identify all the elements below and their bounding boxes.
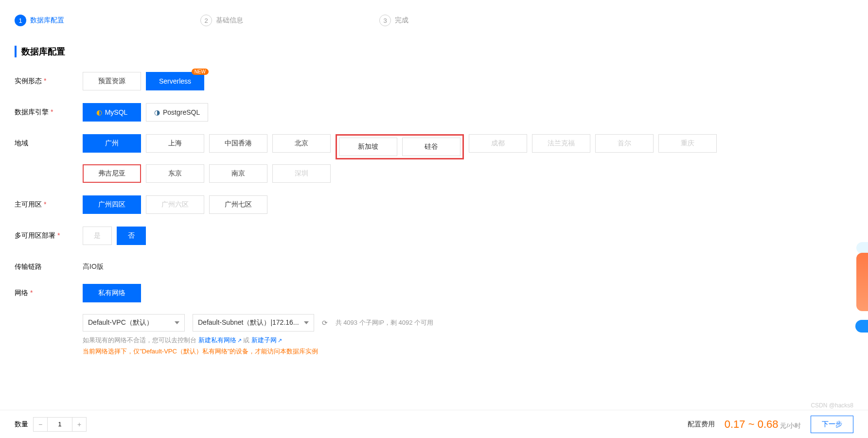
network-private[interactable]: 私有网络 [83, 284, 141, 302]
region-shenzhen: 深圳 [272, 164, 331, 183]
az-zone6: 广州六区 [146, 195, 204, 214]
step-label: 数据库配置 [30, 16, 64, 25]
label-main-az: 主可用区* [15, 195, 83, 209]
region-virginia[interactable]: 弗吉尼亚 [83, 164, 141, 183]
side-chat-icon[interactable] [855, 320, 868, 333]
step-1: 1 数据库配置 [15, 15, 64, 26]
region-hongkong[interactable]: 中国香港 [209, 134, 267, 153]
step-label: 基础信息 [216, 16, 243, 25]
option-postgresql[interactable]: ◑ PostgreSQL [146, 103, 208, 122]
label-instance-type: 实例形态* [15, 72, 83, 86]
step-2: 2 基础信息 [200, 15, 243, 26]
multi-az-yes: 是 [83, 227, 112, 245]
side-help-widget[interactable] [856, 253, 868, 311]
region-shanghai[interactable]: 上海 [146, 134, 204, 153]
region-chengdu: 成都 [469, 134, 527, 153]
region-nanjing[interactable]: 南京 [209, 164, 267, 183]
label-multi-az: 多可用区部署* [15, 227, 83, 240]
region-siliconvalley[interactable]: 硅谷 [402, 138, 461, 156]
region-guangzhou[interactable]: 广州 [83, 134, 141, 153]
vpc-select[interactable]: Default-VPC（默认） [83, 314, 185, 332]
multi-az-no[interactable]: 否 [117, 227, 146, 245]
external-link-icon: ↗ [278, 337, 282, 343]
step-number: 2 [200, 15, 212, 26]
region-tokyo[interactable]: 东京 [146, 164, 204, 183]
new-badge: NEW [192, 69, 209, 75]
az-zone7[interactable]: 广州七区 [209, 195, 267, 214]
step-label: 完成 [395, 16, 408, 25]
region-chongqing: 重庆 [658, 134, 717, 153]
region-frankfurt: 法兰克福 [532, 134, 590, 153]
refresh-icon[interactable]: ⟳ [322, 319, 328, 327]
step-3: 3 完成 [379, 15, 408, 26]
region-singapore[interactable]: 新加坡 [339, 138, 397, 156]
subnet-select[interactable]: Default-Subnet（默认）|172.16... [193, 314, 314, 332]
postgresql-icon: ◑ [154, 108, 160, 116]
step-number: 1 [15, 15, 26, 26]
side-avatar-icon[interactable] [856, 242, 868, 254]
label-transport: 传输链路 [15, 258, 83, 271]
option-serverless[interactable]: Serverless NEW [146, 72, 204, 90]
option-mysql[interactable]: ◐ MySQL [83, 103, 141, 122]
step-number: 3 [379, 15, 391, 26]
link-create-vpc[interactable]: 新建私有网络↗ [198, 336, 242, 344]
az-zone4[interactable]: 广州四区 [83, 195, 141, 214]
region-seoul: 首尔 [595, 134, 654, 153]
external-link-icon: ↗ [237, 337, 242, 343]
watermark: CSDN @hacks8 [811, 402, 853, 409]
network-help: 如果现有的网络不合适，您可以去控制台 新建私有网络↗ 或 新建子网↗ 当前网络选… [83, 335, 853, 357]
section-title: 数据库配置 [15, 46, 853, 57]
label-network: 网络* [15, 284, 83, 298]
option-preset[interactable]: 预置资源 [83, 72, 141, 90]
label-db-engine: 数据库引擎* [15, 103, 83, 117]
region-beijing[interactable]: 北京 [272, 134, 331, 153]
wizard-steps: 1 数据库配置 2 基础信息 3 完成 [15, 15, 853, 26]
highlight-box-singapore-siliconvalley: 新加坡 硅谷 [336, 134, 464, 159]
link-create-subnet[interactable]: 新建子网↗ [251, 336, 282, 344]
subnet-ip-note: 共 4093 个子网IP，剩 4092 个可用 [336, 318, 434, 327]
transport-value: 高IO版 [83, 258, 853, 271]
mysql-icon: ◐ [96, 108, 102, 116]
label-region: 地域 [15, 134, 83, 148]
